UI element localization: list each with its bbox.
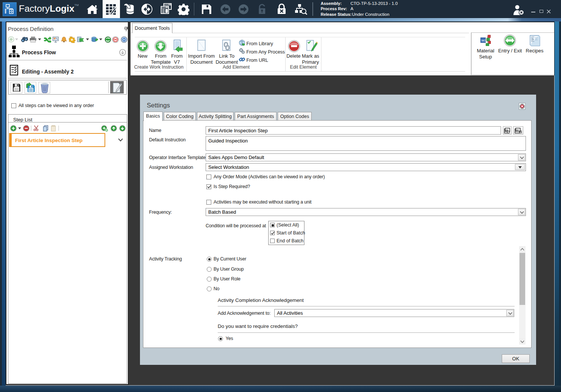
svg-text:WO: WO (481, 39, 486, 42)
